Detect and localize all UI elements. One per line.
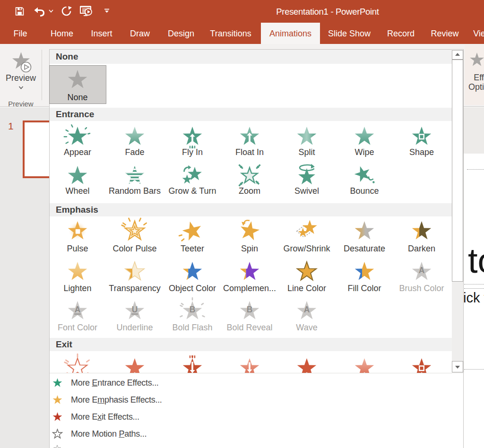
svg-text:A: A <box>304 305 310 314</box>
svg-text:B: B <box>247 305 253 314</box>
svg-text:A: A <box>75 305 81 314</box>
svg-text:U: U <box>132 305 138 314</box>
svg-text:A: A <box>419 266 425 275</box>
svg-text:B: B <box>190 305 196 314</box>
